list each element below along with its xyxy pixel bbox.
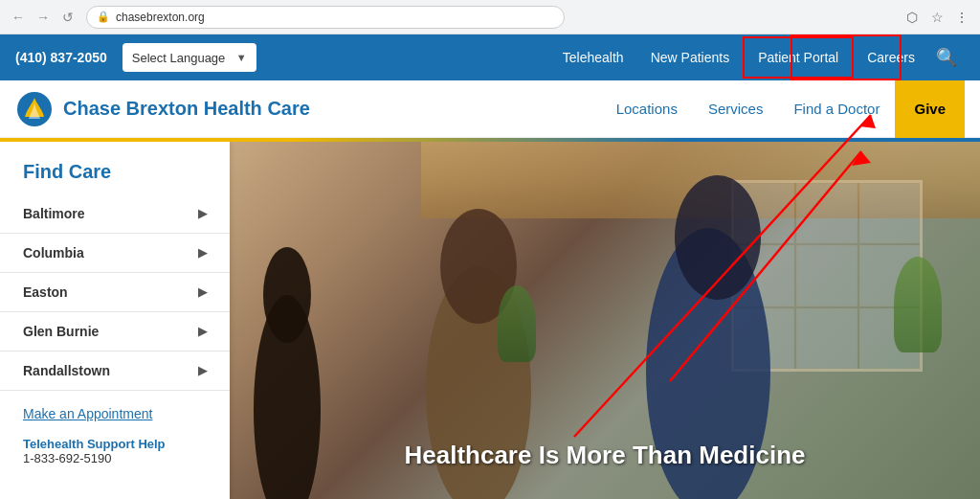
sidebar-item-label: Glen Burnie	[23, 324, 99, 339]
sidebar-item-randallstown[interactable]: Randallstown ▶	[0, 352, 230, 391]
main-nav: Chase Brexton Health Care Locations Serv…	[0, 80, 980, 138]
sidebar-item-label: Easton	[23, 284, 68, 300]
search-icon[interactable]: 🔍	[928, 47, 965, 68]
language-selector-text: Select Language	[132, 51, 231, 65]
find-care-title: Find Care	[0, 161, 230, 194]
language-selector[interactable]: Select Language ▼	[122, 43, 256, 72]
telehealth-support-label: Telehealth Support Help	[23, 437, 207, 451]
patient-portal-link[interactable]: Patient Portal	[743, 36, 854, 79]
hero-text-overlay: Healthcare Is More Than Medicine	[249, 441, 961, 470]
sidebar-item-glen-burnie[interactable]: Glen Burnie ▶	[0, 312, 230, 352]
give-button[interactable]: Give	[895, 80, 965, 138]
sidebar-item-label: Baltimore	[23, 206, 85, 221]
hero-image: Healthcare Is More Than Medicine	[230, 142, 980, 499]
locations-link[interactable]: Locations	[601, 80, 693, 138]
main-nav-links: Locations Services Find a Doctor Give	[601, 80, 965, 138]
sidebar: Find Care Baltimore ▶ Columbia ▶ Easton …	[0, 142, 230, 499]
sidebar-item-label: Columbia	[23, 245, 84, 261]
top-nav-links: Telehealth New Patients Patient Portal C…	[549, 34, 965, 80]
chevron-right-icon: ▶	[198, 364, 207, 377]
svg-point-2	[263, 247, 311, 343]
sidebar-item-baltimore[interactable]: Baltimore ▶	[0, 194, 230, 234]
chevron-right-icon: ▶	[198, 325, 207, 338]
logo-icon	[15, 90, 54, 128]
telehealth-phone: 1-833-692-5190	[23, 451, 207, 465]
careers-link[interactable]: Careers	[854, 34, 928, 80]
sidebar-item-label: Randallstown	[23, 363, 110, 378]
phone-number: (410) 837-2050	[15, 50, 107, 65]
chevron-right-icon: ▶	[198, 285, 207, 299]
top-nav: (410) 837-2050 Select Language ▼ Telehea…	[0, 34, 980, 80]
sidebar-item-columbia[interactable]: Columbia ▶	[0, 234, 230, 273]
svg-point-6	[675, 175, 761, 300]
chevron-right-icon: ▶	[198, 246, 207, 260]
forward-button[interactable]: →	[33, 7, 54, 28]
find-doctor-link[interactable]: Find a Doctor	[778, 80, 895, 138]
browser-chrome: ← → ↺ 🔒 chasebrexton.org ⬡ ☆ ⋮	[0, 0, 980, 34]
chevron-down-icon: ▼	[236, 52, 247, 63]
reload-button[interactable]: ↺	[57, 7, 78, 28]
plant	[894, 257, 942, 352]
plant	[498, 285, 536, 362]
hero-headline: Healthcare Is More Than Medicine	[249, 441, 961, 470]
cast-button[interactable]: ⬡	[902, 7, 923, 28]
lock-icon: 🔒	[97, 11, 110, 23]
browser-actions: ⬡ ☆ ⋮	[902, 7, 972, 28]
sidebar-item-easton[interactable]: Easton ▶	[0, 273, 230, 312]
star-button[interactable]: ☆	[926, 7, 947, 28]
more-button[interactable]: ⋮	[951, 7, 972, 28]
chevron-right-icon: ▶	[198, 207, 207, 220]
hero-section: Find Care Baltimore ▶ Columbia ▶ Easton …	[0, 142, 980, 499]
back-button[interactable]: ←	[8, 7, 29, 28]
sidebar-bottom: Make an Appointment Telehealth Support H…	[0, 391, 230, 481]
address-bar[interactable]: 🔒 chasebrexton.org	[86, 6, 565, 29]
logo-text: Chase Brexton Health Care	[63, 98, 310, 120]
nav-buttons: ← → ↺	[8, 7, 78, 28]
logo-area[interactable]: Chase Brexton Health Care	[15, 90, 310, 128]
new-patients-link[interactable]: New Patients	[637, 34, 743, 80]
services-link[interactable]: Services	[693, 80, 779, 138]
url-text: chasebrexton.org	[116, 11, 554, 24]
make-appointment-link[interactable]: Make an Appointment	[23, 406, 207, 421]
telehealth-link[interactable]: Telehealth	[549, 34, 637, 80]
